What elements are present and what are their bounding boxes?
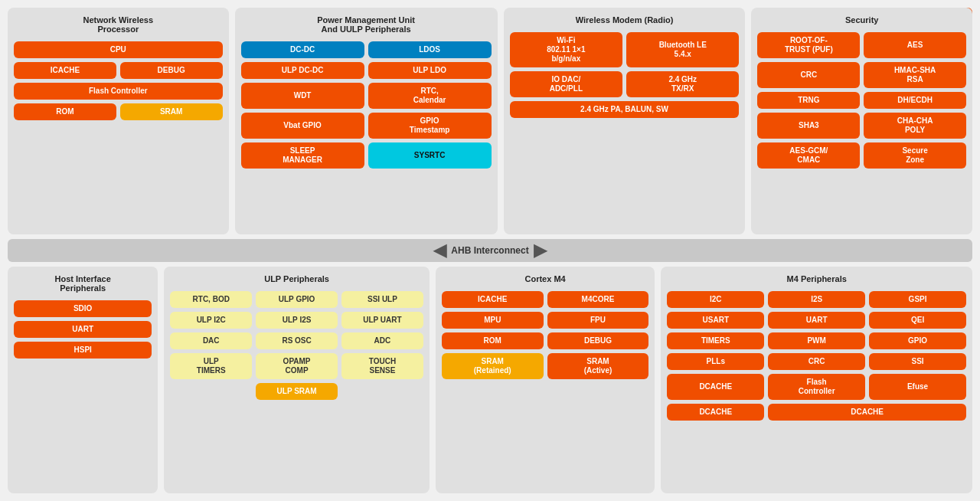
ulp-gpio: ULP GPIO [256,291,338,308]
m4p-usart: USART [667,312,764,329]
sec-block: Security ROOT-OF-TRUST (PUF) AES CRC HMA… [751,8,972,234]
sec-row5: AES-GCM/CMAC SecureZone [757,142,966,169]
hip-chips: SDIO UART HSPI [14,300,152,359]
m4p-chips: I2C I2S GSPI USART UART QEI TIMERS PWM G… [667,291,966,421]
pmu-ldos: LDOS [368,41,492,58]
sec-row2: CRC HMAC-SHARSA [757,62,966,88]
m4p-qei: QEI [869,312,966,329]
m4p-title: M4 Peripherals [667,274,966,283]
m4p-flashctrl: FlashController [768,374,865,400]
sec-grid: ROOT-OF-TRUST (PUF) AES CRC HMAC-SHARSA … [757,32,966,169]
main-diagram: Network WirelessProcessor CPU ICACHE DEB… [0,0,980,501]
ahb-label: AHB Interconnect [451,245,528,256]
ulp-ssiulp: SSI ULP [341,291,423,308]
sec-chacha: CHA-CHAPOLY [864,113,966,139]
cm4-m4core: M4CORE [547,291,649,308]
sec-row3: TRNG DH/ECDH [757,92,966,109]
cm4-chips: ICACHE M4CORE MPU FPU ROM DEBUG SRAM(Ret… [442,291,648,379]
sec-aesgcm: AES-GCM/CMAC [757,142,860,169]
m4p-crc: CRC [768,353,865,370]
sec-dh: DH/ECDH [864,92,966,109]
wm-pa: 2.4 GHz PA, BALUN, SW [510,101,740,118]
bottom-row: Host InterfacePeripherals SDIO UART HSPI… [8,267,972,493]
ulp-adc: ADC [341,332,423,349]
nwp-debug: DEBUG [120,62,223,79]
hip-sdio: SDIO [14,300,152,317]
ahb-arrow-left: ◀ [433,241,446,260]
ahb-inner: ◀ AHB Interconnect ▶ [433,241,546,260]
sec-secure: SecureZone [864,142,966,169]
m4p-dcache1: DCACHE [667,374,764,400]
pmu-rtc: RTC,Calendar [368,83,492,109]
wm-row2: IO DAC/ADC/PLL 2.4 GHzTX/RX [510,71,740,97]
ulp-timers: ULPTIMERS [170,353,252,379]
ulp-touch: TOUCHSENSE [341,353,423,379]
ulp-chips: RTC, BOD ULP GPIO SSI ULP ULP I2C ULP I2… [170,291,423,400]
nwp-sram: SRAM [120,103,223,120]
sec-aes: AES [864,32,966,58]
wm-block: Wireless Modem (Radio) Wi-Fi802.11 1×1b/… [504,8,746,234]
ulp-rtcbod: RTC, BOD [170,291,252,308]
m4p-i2s: I2S [768,291,865,308]
sec-row4: SHA3 CHA-CHAPOLY [757,113,966,139]
pmu-ulpdcdc: ULP DC-DC [241,62,364,79]
pmu-ulpldo: ULP LDO [368,62,492,79]
m4p-uart: UART [768,312,865,329]
pmu-wdt: WDT [241,83,364,109]
cm4-icache: ICACHE [442,291,544,308]
ahb-bar: ◀ AHB Interconnect ▶ [8,239,972,262]
hip-hspi: HSPI [14,342,152,359]
pmu-sysrtc: SYSRTC [368,142,492,169]
m4p-timers: TIMERS [667,332,764,349]
m4p-i2c: I2C [667,291,764,308]
pmu-dcdc: DC-DC [241,41,364,58]
nwp-rom: ROM [14,103,116,120]
sec-row1: ROOT-OF-TRUST (PUF) AES [757,32,966,58]
m4p-ssi: SSI [869,353,966,370]
cm4-rom: ROM [442,332,544,349]
pmu-row1: DC-DC LDOS [241,41,492,58]
pmu-row4: Vbat GPIO GPIOTimestamp [241,113,492,139]
ulp-i2s: ULP I2S [256,312,338,329]
top-row: Network WirelessProcessor CPU ICACHE DEB… [8,8,972,234]
cm4-title: Cortex M4 [442,274,648,283]
pmu-gpio-ts: GPIOTimestamp [368,113,492,139]
cm4-block: Cortex M4 ICACHE M4CORE MPU FPU ROM DEBU… [436,267,655,493]
nwp-flash: Flash Controller [14,83,223,100]
cm4-mpu: MPU [442,312,544,329]
ulp-sram: ULP SRAM [256,383,338,400]
ulp-opamp: OPAMPCOMP [256,353,338,379]
wm-title: Wireless Modem (Radio) [510,15,740,25]
m4p-efuse: Efuse [869,374,966,400]
sec-trng: TRNG [757,92,860,109]
nwp-title: Network WirelessProcessor [14,15,223,34]
nwp-row2: ROM SRAM [14,103,223,120]
wm-grid: Wi-Fi802.11 1×1b/g/n/ax Bluetooth LE5.4.… [510,32,740,118]
cm4-sram-active: SRAM(Active) [547,353,649,379]
pmu-row5: SLEEPMANAGER SYSRTC [241,142,492,169]
wm-24ghz: 2.4 GHzTX/RX [626,71,739,97]
m4p-plls: PLLs [667,353,764,370]
pmu-block: Power Management UnitAnd UULP Peripheral… [235,8,498,234]
pmu-vbat: Vbat GPIO [241,113,364,139]
pmu-row2: ULP DC-DC ULP LDO [241,62,492,79]
m4p-dcache3: DCACHE [768,404,966,421]
pmu-title: Power Management UnitAnd UULP Peripheral… [241,15,492,34]
cm4-debug: DEBUG [547,332,649,349]
cm4-fpu: FPU [547,312,649,329]
m4p-gpio: GPIO [869,332,966,349]
pmu-grid: DC-DC LDOS ULP DC-DC ULP LDO WDT RTC,Cal… [241,41,492,169]
wm-wifi: Wi-Fi802.11 1×1b/g/n/ax [510,32,622,67]
wm-iodac: IO DAC/ADC/PLL [510,71,622,97]
hip-block: Host InterfacePeripherals SDIO UART HSPI [8,267,158,493]
pmu-sleep: SLEEPMANAGER [241,142,364,169]
wm-row1: Wi-Fi802.11 1×1b/g/n/ax Bluetooth LE5.4.… [510,32,740,67]
sec-title: Security [757,15,966,25]
sec-sha3: SHA3 [757,113,860,139]
hip-uart: UART [14,321,152,338]
sec-crc: CRC [757,62,860,88]
ulp-uart: ULP UART [341,312,423,329]
nwp-cpu: CPU [14,41,223,58]
sec-hmac: HMAC-SHARSA [864,62,966,88]
sec-root: ROOT-OF-TRUST (PUF) [757,32,860,58]
